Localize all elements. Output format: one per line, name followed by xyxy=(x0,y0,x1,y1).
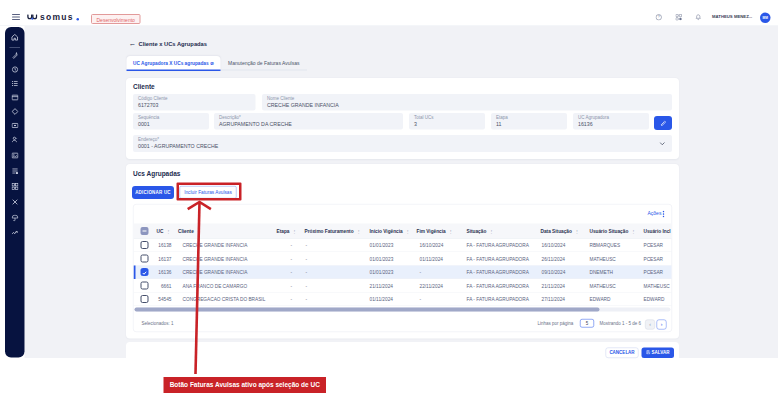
svg-text:?: ? xyxy=(658,15,660,19)
